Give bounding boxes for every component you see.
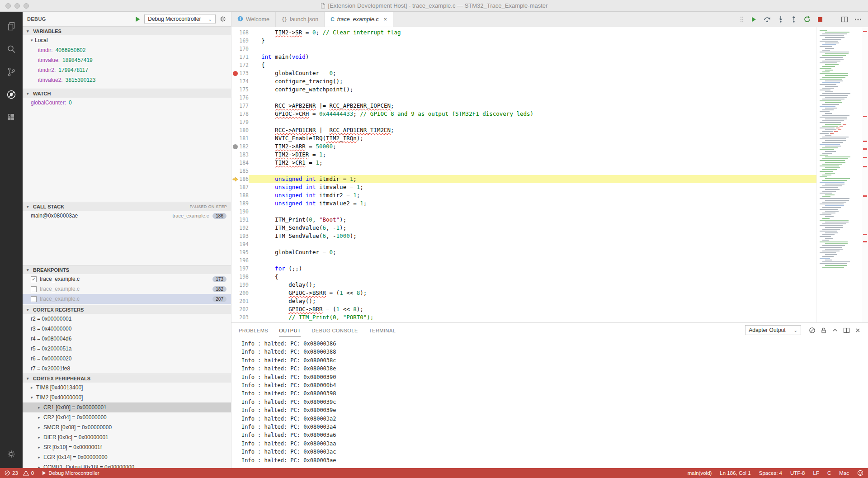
code-text[interactable]: {: [261, 61, 816, 69]
explorer-icon[interactable]: [0, 15, 23, 38]
breakpoint-gutter[interactable]: [231, 313, 239, 322]
clear-output-icon[interactable]: [809, 327, 816, 334]
code-text[interactable]: RCC->APB2ENR |= RCC_APB2ENR_IOPCEN;: [261, 102, 816, 110]
code-text[interactable]: [261, 167, 816, 175]
code-line[interactable]: 189 unsigned int itmvalue2 = 1;: [231, 199, 816, 208]
breakpoint-gutter[interactable]: [231, 216, 239, 224]
variables-section-header[interactable]: ▾ VARIABLES: [23, 26, 231, 35]
code-line[interactable]: 198 {: [231, 273, 816, 281]
minimap[interactable]: [816, 27, 862, 322]
code-line[interactable]: 178 GPIOC->CRH = 0x44444433; // GPIOC 8 …: [231, 110, 816, 118]
breakpoint-gutter[interactable]: [231, 142, 239, 151]
code-text[interactable]: GPIOC->CRH = 0x44444433; // GPIOC 8 and …: [261, 110, 816, 118]
code-line[interactable]: 192 ITM_SendValue(6, -1);: [231, 224, 816, 232]
breakpoint-gutter[interactable]: [231, 134, 239, 142]
stack-frame-row[interactable]: main@0x080003aetrace_example.c186: [23, 211, 231, 221]
extensions-icon[interactable]: [0, 106, 23, 128]
code-text[interactable]: {: [261, 273, 816, 281]
code-line[interactable]: 168 TIM2->SR = 0; // Clear interrupt fla…: [231, 28, 816, 37]
breakpoint-gutter[interactable]: [231, 167, 239, 175]
code-line[interactable]: 179: [231, 118, 816, 126]
stop-button[interactable]: [817, 17, 823, 22]
breakpoint-gutter[interactable]: [231, 53, 239, 61]
chevron-down-icon[interactable]: ▾: [31, 38, 35, 43]
breakpoint-row[interactable]: ✓trace_example.c173: [23, 274, 231, 284]
code-text[interactable]: [261, 240, 816, 248]
code-line[interactable]: 203 // ITM_Print(0, "PORT0");: [231, 313, 816, 322]
code-text[interactable]: ITM_SendValue(6, -1000);: [261, 232, 816, 240]
code-text[interactable]: unsigned int itmdir2 = 1;: [261, 191, 816, 199]
breakpoint-gutter[interactable]: [231, 37, 239, 45]
code-line[interactable]: 191 ITM_Print(0, "Boot");: [231, 216, 816, 224]
code-text[interactable]: delay();: [261, 281, 816, 289]
breakpoint-checkbox[interactable]: [31, 286, 37, 292]
unverified-breakpoint-icon[interactable]: [233, 144, 238, 149]
register-row[interactable]: r3 = 0x40000000: [23, 324, 231, 334]
code-text[interactable]: [261, 256, 816, 265]
step-out-button[interactable]: [791, 16, 797, 23]
peripheral-row[interactable]: ▸DIER [0x0c] = 0x00000001: [23, 432, 231, 442]
feedback-smiley-icon[interactable]: [857, 470, 863, 476]
code-text[interactable]: delay();: [261, 297, 816, 305]
code-line[interactable]: 200 GPIOC->BSRR = (1 << 8);: [231, 289, 816, 297]
peripheral-row[interactable]: ▸CR2 [0x04] = 0x00000000: [23, 412, 231, 422]
debug-settings-gear-icon[interactable]: [219, 15, 226, 23]
chevron-right-icon[interactable]: ▸: [38, 415, 42, 420]
peripheral-row[interactable]: ▸TIM8 [0x40013400]: [23, 383, 231, 393]
code-line[interactable]: 180 RCC->APB1ENR |= RCC_APB1ENR_TIM2EN;: [231, 126, 816, 134]
code-text[interactable]: [261, 208, 816, 216]
code-line[interactable]: 181 NVIC_EnableIRQ(TIM2_IRQn);: [231, 134, 816, 142]
chevron-right-icon[interactable]: ▸: [38, 425, 42, 430]
start-debug-button[interactable]: [135, 16, 141, 22]
status-item[interactable]: C: [827, 470, 831, 476]
close-tab-icon[interactable]: ×: [384, 16, 387, 23]
code-line[interactable]: 176: [231, 94, 816, 102]
code-line[interactable]: 199 delay();: [231, 281, 816, 289]
breakpoint-gutter[interactable]: [231, 118, 239, 126]
register-row[interactable]: r2 = 0x00000001: [23, 314, 231, 324]
breakpoint-gutter[interactable]: [231, 61, 239, 69]
tab-launch-json[interactable]: {}launch.json: [276, 12, 325, 27]
breakpoint-gutter[interactable]: [231, 232, 239, 240]
watch-row[interactable]: globalCounter:0: [23, 98, 231, 108]
step-into-button[interactable]: [778, 16, 784, 23]
peripheral-row[interactable]: ▸EGR [0x14] = 0x00000000: [23, 452, 231, 462]
register-row[interactable]: r6 = 0x00000020: [23, 354, 231, 364]
problems-status[interactable]: 23 0: [5, 470, 34, 476]
call-stack-section-header[interactable]: ▾ CALL STACK PAUSED ON STEP: [23, 202, 231, 211]
code-line[interactable]: 175 configure_watchpoint();: [231, 85, 816, 94]
code-line[interactable]: 190: [231, 208, 816, 216]
code-line[interactable]: 172{: [231, 61, 816, 69]
code-text[interactable]: int main(void): [261, 53, 816, 61]
code-text[interactable]: TIM2->SR = 0; // Clear interrupt flag: [261, 28, 816, 37]
breakpoint-gutter[interactable]: [231, 265, 239, 273]
peripheral-row[interactable]: ▾TIM2 [0x40000000]: [23, 393, 231, 402]
breakpoint-row[interactable]: trace_example.c182: [23, 284, 231, 294]
code-text[interactable]: GPIOC->BSRR = (1 << 8);: [261, 289, 816, 297]
cortex-registers-section-header[interactable]: ▾ CORTEX REGISTERS: [23, 305, 231, 314]
code-editor[interactable]: 168 TIM2->SR = 0; // Clear interrupt fla…: [231, 27, 816, 322]
status-item[interactable]: UTF-8: [790, 470, 805, 476]
watch-section-header[interactable]: ▾ WATCH: [23, 89, 231, 98]
code-text[interactable]: TIM2->CR1 = 1;: [261, 159, 816, 167]
code-text[interactable]: configure_tracing();: [261, 77, 816, 85]
code-text[interactable]: TIM2->ARR = 50000;: [261, 142, 816, 151]
breakpoint-gutter[interactable]: [231, 281, 239, 289]
code-line[interactable]: 182 TIM2->ARR = 50000;: [231, 142, 816, 151]
code-text[interactable]: [261, 45, 816, 53]
restart-button[interactable]: [804, 16, 811, 23]
code-line[interactable]: 169}: [231, 37, 816, 45]
code-text[interactable]: [261, 118, 816, 126]
breakpoint-gutter[interactable]: [231, 126, 239, 134]
chevron-right-icon[interactable]: ▸: [31, 385, 35, 390]
code-line[interactable]: 202 GPIOC->BRR = (1 << 8);: [231, 305, 816, 313]
more-actions-icon[interactable]: [854, 19, 862, 20]
variable-row[interactable]: itmvalue:1898457419: [23, 55, 231, 65]
code-text[interactable]: GPIOC->BRR = (1 << 8);: [261, 305, 816, 313]
panel-tab-terminal[interactable]: TERMINAL: [369, 324, 396, 336]
output-channel-select[interactable]: Adapter Output ⌄: [745, 325, 801, 335]
peripheral-row[interactable]: ▸SR [0x10] = 0x0000001f: [23, 442, 231, 452]
close-panel-icon[interactable]: [855, 327, 861, 333]
code-line[interactable]: 171int main(void): [231, 53, 816, 61]
code-text[interactable]: RCC->APB1ENR |= RCC_APB1ENR_TIM2EN;: [261, 126, 816, 134]
